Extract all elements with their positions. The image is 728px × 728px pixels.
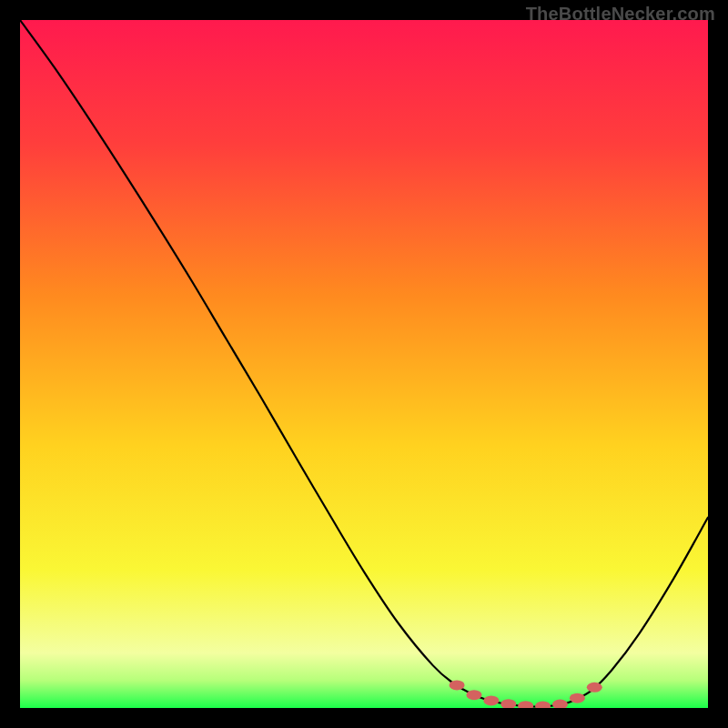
curve-marker	[570, 693, 585, 703]
curve-marker	[450, 680, 465, 690]
plot-background	[20, 20, 708, 708]
curve-marker	[587, 682, 602, 693]
curve-marker	[466, 690, 481, 700]
curve-marker	[483, 695, 499, 705]
chart-container: TheBottleNecker.com	[0, 0, 728, 728]
bottleneck-curve-chart	[20, 20, 708, 708]
